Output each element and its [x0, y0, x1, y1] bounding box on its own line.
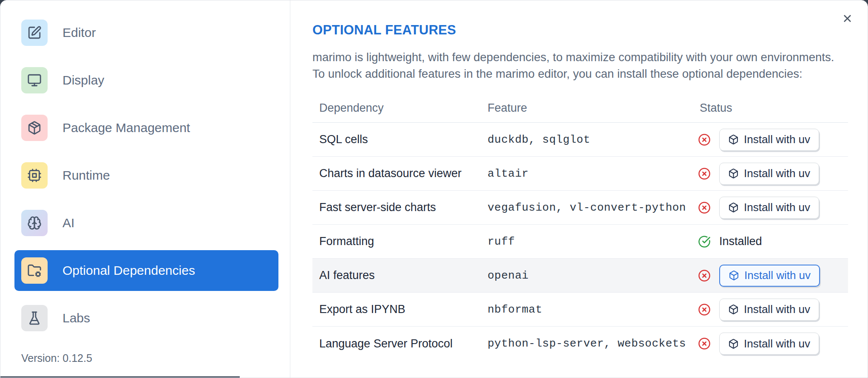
install-with-uv-button[interactable]: Install with uv: [719, 299, 819, 321]
dependency-cell: Formatting: [312, 235, 488, 248]
sidebar-item-label: Display: [62, 73, 104, 87]
square-pen-icon: [21, 20, 48, 46]
install-button-label: Install with uv: [744, 337, 810, 350]
brain-icon: [21, 210, 48, 236]
monitor-icon: [21, 67, 48, 93]
dependency-cell: AI features: [312, 269, 488, 282]
status-cell: Install with uv: [693, 129, 848, 151]
cpu-icon: [21, 162, 48, 189]
close-icon: [842, 19, 853, 25]
sidebar-item-ai[interactable]: AI: [14, 203, 278, 243]
sidebar-item-label: Package Management: [62, 121, 190, 135]
package-box-icon: [728, 304, 739, 315]
status-cell: Install with uv: [693, 299, 848, 321]
page-title: OPTIONAL FEATURES: [312, 23, 848, 38]
description-line: To unlock additional features in the mar…: [312, 65, 848, 82]
sidebar-item-labs[interactable]: Labs: [14, 298, 278, 339]
package-box-icon: [728, 134, 739, 145]
status-text: Installed: [719, 235, 762, 248]
sidebar-item-runtime[interactable]: Runtime: [14, 155, 278, 196]
table-header-row: Dependency Feature Status: [312, 93, 848, 123]
status-cell: Install with uv: [693, 197, 848, 219]
sidebar-item-editor[interactable]: Editor: [14, 12, 278, 53]
dependencies-table: Dependency Feature Status SQL cellsduckd…: [312, 93, 848, 361]
table-row: Charts in datasource vieweraltairInstall…: [312, 157, 848, 191]
dependency-cell: Export as IPYNB: [312, 303, 488, 316]
package-icon: [21, 115, 48, 141]
status-cell: Install with uv: [693, 333, 848, 355]
description: marimo is lightweight, with few dependen…: [312, 49, 848, 82]
install-button-label: Install with uv: [744, 167, 810, 180]
table-row: Fast server-side chartsvegafusion, vl-co…: [312, 191, 848, 225]
install-button-label: Install with uv: [744, 133, 810, 146]
install-button-label: Install with uv: [744, 201, 810, 214]
sidebar-item-label: Editor: [62, 25, 96, 40]
not-installed-icon: [698, 337, 711, 350]
dependency-cell: Language Server Protocol: [312, 337, 488, 350]
sidebar-item-label: Labs: [62, 311, 90, 325]
dependency-cell: Charts in datasource viewer: [312, 167, 488, 180]
table-row: Language Server Protocolpython-lsp-serve…: [312, 327, 848, 361]
sidebar-item-label: Runtime: [62, 168, 110, 183]
sidebar-item-optional-dependencies[interactable]: Optional Dependencies: [14, 250, 278, 291]
install-with-uv-button[interactable]: Install with uv: [719, 129, 819, 151]
optional-features-panel: OPTIONAL FEATURES marimo is lightweight,…: [290, 0, 868, 378]
table-row: Export as IPYNBnbformatInstall with uv: [312, 293, 848, 327]
status-cell: Installed: [693, 235, 848, 248]
settings-sidebar: EditorDisplayPackage ManagementRuntimeAI…: [0, 0, 290, 378]
folder-cog-icon: [21, 257, 48, 284]
not-installed-icon: [698, 201, 711, 214]
table-row: FormattingruffInstalled: [312, 225, 848, 259]
not-installed-icon: [698, 167, 711, 180]
sidebar-item-label: AI: [62, 216, 74, 230]
table-row: SQL cellsduckdb, sqlglotInstall with uv: [312, 123, 848, 157]
install-button-label: Install with uv: [744, 269, 811, 282]
status-cell: Install with uv: [693, 163, 848, 185]
flask-conical-icon: [21, 305, 48, 331]
install-with-uv-button[interactable]: Install with uv: [719, 163, 819, 185]
install-with-uv-button[interactable]: Install with uv: [719, 197, 819, 219]
dependency-cell: SQL cells: [312, 133, 488, 146]
column-header-status: Status: [693, 102, 848, 115]
table-row: AI featuresopenaiInstall with uv: [312, 259, 848, 293]
sidebar-item-label: Optional Dependencies: [62, 263, 195, 278]
installed-icon: [698, 235, 711, 248]
feature-cell: nbformat: [488, 303, 693, 316]
settings-dialog: EditorDisplayPackage ManagementRuntimeAI…: [0, 0, 868, 378]
status-cell: Install with uv: [693, 265, 848, 287]
not-installed-icon: [698, 269, 711, 282]
package-box-icon: [728, 168, 739, 179]
dependency-cell: Fast server-side charts: [312, 201, 488, 214]
not-installed-icon: [698, 133, 711, 146]
backdrop-strip: [0, 376, 240, 378]
column-header-dependency: Dependency: [312, 102, 488, 115]
feature-cell: altair: [488, 167, 693, 180]
feature-cell: openai: [488, 269, 693, 282]
sidebar-item-display[interactable]: Display: [14, 60, 278, 101]
feature-cell: python-lsp-server, websockets: [488, 337, 693, 350]
feature-cell: duckdb, sqlglot: [488, 133, 693, 146]
feature-cell: vegafusion, vl-convert-python: [488, 201, 693, 214]
version-label: Version: 0.12.5: [21, 352, 92, 364]
close-button[interactable]: [839, 11, 856, 28]
package-box-icon: [729, 270, 739, 281]
table-body: SQL cellsduckdb, sqlglotInstall with uvC…: [312, 123, 848, 361]
install-with-uv-button[interactable]: Install with uv: [719, 333, 819, 355]
install-button-label: Install with uv: [744, 303, 810, 316]
package-box-icon: [728, 202, 739, 213]
description-line: marimo is lightweight, with few dependen…: [312, 49, 848, 65]
package-box-icon: [728, 339, 739, 349]
install-with-uv-button[interactable]: Install with uv: [719, 265, 820, 287]
column-header-feature: Feature: [488, 102, 693, 115]
sidebar-nav: EditorDisplayPackage ManagementRuntimeAI…: [0, 0, 290, 339]
sidebar-item-package-management[interactable]: Package Management: [14, 107, 278, 148]
not-installed-icon: [698, 303, 711, 316]
feature-cell: ruff: [488, 235, 693, 248]
